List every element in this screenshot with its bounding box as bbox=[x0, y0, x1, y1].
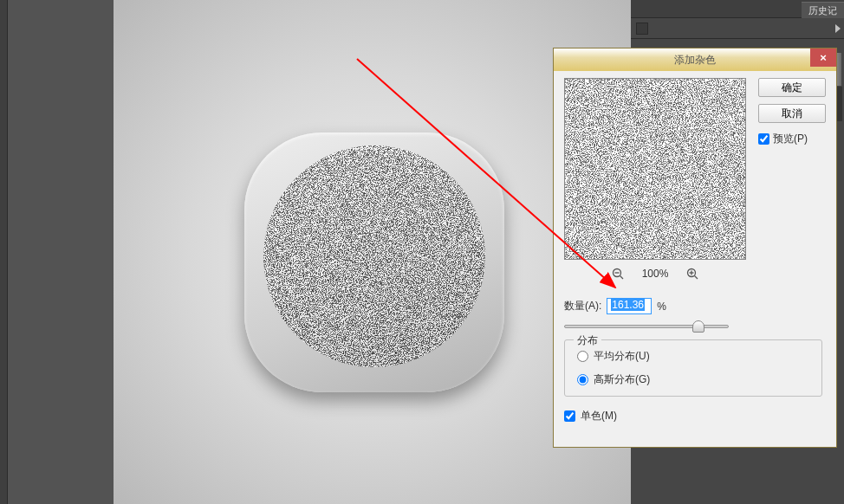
preview-checkbox-label: 预览(P) bbox=[773, 132, 808, 146]
monochrome-checkbox[interactable] bbox=[564, 410, 575, 422]
history-tab[interactable]: 历史记 bbox=[802, 2, 844, 18]
preview-box[interactable] bbox=[564, 78, 746, 260]
panel-subheader bbox=[631, 18, 844, 39]
add-noise-dialog: 添加杂色 × bbox=[553, 48, 837, 448]
panel-checkbox-icon[interactable] bbox=[636, 23, 648, 35]
preview-checkbox[interactable] bbox=[758, 133, 769, 145]
shape-noise-circle bbox=[263, 145, 485, 367]
close-button[interactable]: × bbox=[810, 48, 836, 67]
canvas-area bbox=[8, 0, 631, 504]
amount-slider[interactable] bbox=[564, 320, 729, 333]
gaussian-radio-row[interactable]: 高斯分布(G) bbox=[577, 372, 821, 387]
zoom-level: 100% bbox=[642, 268, 669, 280]
zoom-out-button[interactable] bbox=[611, 267, 625, 281]
cancel-button[interactable]: 取消 bbox=[758, 104, 826, 123]
expand-icon[interactable] bbox=[835, 24, 841, 33]
amount-label: 数量(A): bbox=[564, 299, 601, 313]
uniform-label: 平均分布(U) bbox=[594, 349, 650, 364]
distribution-fieldset: 分布 平均分布(U) 高斯分布(G) bbox=[564, 339, 822, 397]
svg-rect-0 bbox=[263, 145, 485, 367]
distribution-legend: 分布 bbox=[574, 333, 601, 348]
svg-rect-3 bbox=[565, 79, 745, 259]
close-icon: × bbox=[820, 51, 827, 64]
dialog-titlebar[interactable]: 添加杂色 × bbox=[554, 48, 836, 71]
uniform-radio[interactable] bbox=[577, 351, 588, 362]
amount-value: 161.36 bbox=[611, 299, 645, 311]
amount-unit: % bbox=[657, 300, 666, 313]
zoom-controls: 100% bbox=[564, 265, 746, 282]
uniform-radio-row[interactable]: 平均分布(U) bbox=[577, 349, 821, 364]
zoom-out-icon bbox=[612, 268, 624, 280]
zoom-in-icon bbox=[686, 268, 698, 280]
noise-icon bbox=[263, 145, 485, 367]
gaussian-label: 高斯分布(G) bbox=[594, 372, 650, 387]
zoom-in-button[interactable] bbox=[685, 267, 699, 281]
slider-thumb[interactable] bbox=[692, 320, 704, 333]
amount-row: 数量(A): 161.36 % bbox=[564, 298, 666, 314]
preview-noise-icon bbox=[565, 79, 745, 259]
dialog-content: 100% 确定 取消 预览(P) 数量(A): 161.36 bbox=[554, 71, 836, 447]
panel-tabbar: 历史记 bbox=[631, 0, 844, 18]
ok-button[interactable]: 确定 bbox=[758, 78, 826, 97]
svg-line-5 bbox=[620, 276, 623, 280]
dialog-title: 添加杂色 bbox=[554, 53, 836, 68]
monochrome-checkbox-row[interactable]: 单色(M) bbox=[564, 409, 617, 423]
amount-input[interactable]: 161.36 bbox=[607, 298, 652, 314]
left-toolbar bbox=[0, 0, 8, 504]
preview-checkbox-row[interactable]: 预览(P) bbox=[758, 132, 826, 146]
svg-line-8 bbox=[695, 276, 698, 280]
monochrome-label: 单色(M) bbox=[581, 409, 617, 423]
dialog-button-column: 确定 取消 预览(P) bbox=[758, 78, 826, 146]
gaussian-radio[interactable] bbox=[577, 374, 588, 385]
